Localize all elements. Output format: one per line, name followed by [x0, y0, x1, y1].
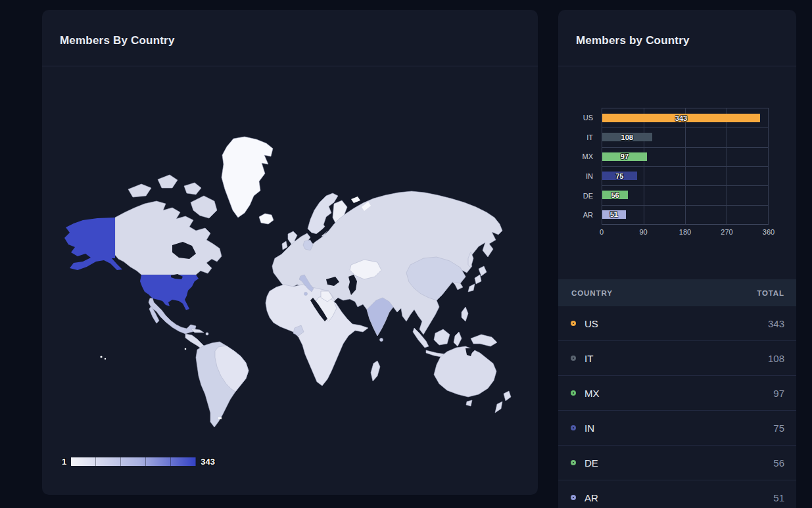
legend-min-label: 1: [62, 457, 66, 467]
table-row-mx[interactable]: MX97: [558, 376, 796, 411]
bar-chart-plot: 34310897755651: [602, 108, 769, 225]
bar-chart-xaxis: 090180270360: [602, 228, 769, 241]
country-ring-icon: [571, 425, 576, 430]
map-japan[interactable]: [468, 284, 475, 292]
country-code: AR: [585, 492, 773, 503]
bar-row: 56: [602, 185, 768, 204]
map-arctic-island[interactable]: [158, 175, 178, 188]
country-table-header: COUNTRY TOTAL: [558, 279, 796, 306]
country-total: 51: [773, 492, 784, 503]
country-ring-icon: [571, 321, 576, 326]
legend-max-label: 343: [201, 457, 215, 467]
map-arctic-island[interactable]: [184, 183, 201, 195]
map-legend-bar: [71, 457, 196, 466]
map-card-title: Members By Country: [60, 34, 175, 47]
country-code: MX: [585, 388, 773, 399]
map-country-us[interactable]: [140, 275, 199, 310]
map-country-srilanka[interactable]: [380, 338, 383, 342]
map-japan[interactable]: [475, 275, 481, 284]
category-label-in: IN: [558, 166, 593, 186]
stats-card-title: Members by Country: [576, 34, 690, 47]
country-ring-icon: [571, 495, 576, 500]
category-label-it: IT: [558, 127, 593, 147]
table-row-in[interactable]: IN75: [558, 411, 796, 446]
category-label-de: DE: [558, 186, 593, 206]
bar-row: 97: [602, 147, 768, 166]
category-label-ar: AR: [558, 205, 593, 225]
map-sulawesi[interactable]: [454, 332, 462, 346]
map-new-zealand[interactable]: [495, 402, 502, 413]
members-map-card: Members By Country: [42, 10, 538, 495]
bar-value-label: 51: [602, 210, 626, 218]
bar-it[interactable]: 108: [602, 133, 652, 141]
bar-value-label: 75: [602, 172, 637, 180]
country-total: 56: [773, 457, 784, 469]
map-japan[interactable]: [479, 266, 487, 276]
map-borneo[interactable]: [434, 329, 450, 345]
column-header-country: COUNTRY: [571, 289, 613, 297]
country-table-body: US343IT108MX97IN75DE56AR51: [558, 306, 796, 508]
category-label-mx: MX: [558, 147, 593, 166]
x-tick-label: 180: [679, 228, 691, 236]
bar-mx[interactable]: 97: [602, 152, 647, 161]
table-row-us[interactable]: US343: [558, 306, 796, 341]
bar-us[interactable]: 343: [602, 114, 760, 122]
country-code: IN: [585, 423, 773, 434]
bar-row: 75: [602, 166, 768, 185]
country-code: DE: [585, 457, 773, 469]
dashboard: { "page": { "background": "#0a0e1a", "pa…: [0, 0, 812, 508]
bar-value-label: 97: [602, 152, 647, 160]
bar-in[interactable]: 75: [602, 172, 637, 180]
table-row-it[interactable]: IT108: [558, 341, 796, 376]
x-tick-label: 270: [721, 228, 732, 236]
country-total: 75: [773, 423, 784, 434]
table-row-ar[interactable]: AR51: [558, 480, 796, 508]
x-tick-label: 0: [600, 228, 604, 236]
country-ring-icon: [571, 356, 576, 361]
bar-row: 343: [602, 108, 768, 127]
bar-value-label: 108: [602, 133, 652, 141]
category-label-us: US: [558, 108, 593, 127]
map-new-guinea[interactable]: [471, 335, 497, 346]
map-country-ireland[interactable]: [282, 241, 287, 250]
map-color-legend: 1 343: [62, 457, 215, 467]
country-table: COUNTRY TOTAL US343IT108MX97IN75DE56AR51: [558, 279, 796, 508]
country-code: IT: [585, 353, 768, 364]
map-country-us-alaska[interactable]: [64, 218, 122, 270]
x-tick-label: 90: [639, 228, 647, 236]
column-header-total: TOTAL: [757, 289, 784, 297]
bar-value-label: 343: [602, 114, 760, 122]
members-stats-card: Members by Country USITMXINDEAR 34310897…: [558, 10, 796, 508]
members-bar-chart: USITMXINDEAR 34310897755651 090180270360: [558, 108, 796, 241]
table-row-de[interactable]: DE56: [558, 446, 796, 480]
bar-row: 108: [602, 127, 768, 147]
world-choropleth-map[interactable]: [42, 68, 538, 495]
map-country-iceland[interactable]: [259, 214, 274, 224]
map-arctic-island[interactable]: [128, 184, 151, 197]
map-country-cuba[interactable]: [191, 329, 204, 333]
bar-ar[interactable]: 51: [602, 210, 626, 219]
country-code: US: [585, 318, 768, 329]
bar-row: 51: [602, 205, 768, 224]
bar-value-label: 56: [602, 191, 628, 199]
map-card-header: Members By Country: [42, 10, 538, 66]
country-ring-icon: [571, 460, 576, 465]
map-philippines[interactable]: [462, 307, 468, 321]
country-ring-icon: [571, 390, 576, 396]
map-island[interactable]: [206, 333, 208, 335]
map-tasmania[interactable]: [466, 400, 472, 406]
country-total: 97: [773, 388, 784, 399]
map-arctic-island[interactable]: [191, 196, 217, 218]
x-tick-label: 360: [763, 228, 775, 236]
v-gridline: [768, 108, 769, 224]
bar-chart-categories: USITMXINDEAR: [558, 108, 602, 225]
map-new-zealand[interactable]: [504, 391, 511, 401]
map-country-madagascar[interactable]: [371, 361, 380, 381]
stats-card-header: Members by Country: [558, 10, 796, 66]
country-total: 343: [768, 318, 784, 329]
country-total: 108: [768, 353, 784, 364]
bar-de[interactable]: 56: [602, 191, 628, 199]
map-country-greenland[interactable]: [222, 137, 273, 218]
map-sicily[interactable]: [304, 292, 308, 296]
